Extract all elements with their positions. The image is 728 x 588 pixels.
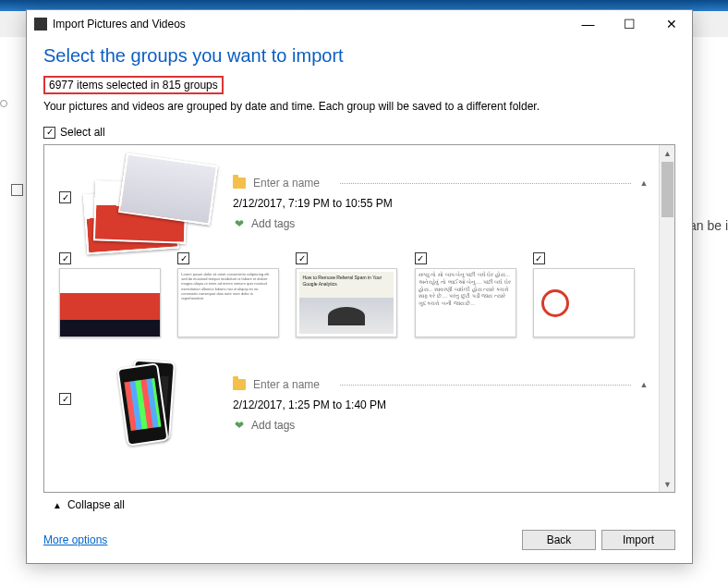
thumbnail-image[interactable]: મળ્યુ તો મો બાપ બેનુ પછી બધે ઘેર હોય... … (415, 268, 516, 337)
titlebar: Import Pictures and Videos — ☐ ✕ (27, 10, 692, 38)
group-name-input[interactable] (251, 176, 334, 190)
thumb-checkbox[interactable]: ✓ (415, 252, 427, 264)
thumb-checkbox[interactable]: ✓ (177, 252, 189, 264)
select-all-checkbox[interactable]: ✓ Select all (43, 126, 675, 139)
more-options-link[interactable]: More options (43, 533, 107, 546)
add-tags-button[interactable]: Add tags (251, 217, 295, 230)
collapse-all-label: Collapse all (67, 498, 125, 511)
tag-icon: ❤ (233, 217, 246, 230)
group-thumbnail-stack[interactable] (85, 154, 224, 247)
selection-status: 6977 items selected in 815 groups (43, 76, 224, 94)
tag-icon: ❤ (233, 419, 246, 432)
select-all-label: Select all (60, 126, 105, 139)
thumbnail-image[interactable] (533, 268, 635, 337)
window-title: Import Pictures and Videos (53, 18, 186, 31)
close-button[interactable]: ✕ (650, 10, 692, 38)
scrollbar[interactable]: ▲ ▼ (659, 145, 674, 492)
import-window: Import Pictures and Videos — ☐ ✕ Select … (26, 9, 693, 564)
scroll-up-icon[interactable]: ▲ (660, 145, 675, 161)
collapse-all-button[interactable]: ▲ Collapse all (43, 493, 675, 517)
thumb-checkbox[interactable]: ✓ (296, 252, 308, 264)
collapse-group-icon[interactable]: ▲ (637, 178, 651, 188)
maximize-button[interactable]: ☐ (609, 10, 650, 38)
group-list: ▲ ▼ ✓ (43, 144, 675, 493)
back-button[interactable]: Back (522, 530, 596, 550)
chevron-up-icon: ▲ (53, 500, 62, 510)
group-name-input[interactable] (251, 377, 334, 392)
footer: More options Back Import (27, 517, 692, 563)
scroll-thumb[interactable] (661, 162, 673, 217)
thumbnail-image[interactable] (59, 268, 161, 337)
bg-checkbox (11, 184, 23, 196)
thumb-checkbox[interactable]: ✓ (59, 252, 71, 264)
group-date-range: 2/12/2017, 7:19 PM to 10:55 PM (233, 193, 651, 214)
minimize-button[interactable]: — (567, 10, 609, 38)
group-checkbox[interactable]: ✓ (59, 191, 71, 203)
scroll-down-icon[interactable]: ▼ (660, 476, 675, 492)
group-thumbnail-stack[interactable] (85, 356, 224, 448)
thumbnail-image[interactable]: Lorem ipsum dolor sit amet consectetur a… (177, 268, 279, 337)
thumbnail-image[interactable]: How to Remove Referral Spam in Your Goog… (296, 268, 397, 337)
page-title: Select the groups you want to import (43, 45, 675, 67)
bg-truncated-text: an be i (689, 218, 728, 233)
group-header: ✓ ▲ 2/12/2017, 1:25 PM to 1:40 PM (44, 347, 659, 448)
group-header: ✓ ▲ 2/12/2017, 7:19 PM to 10:55 (44, 145, 659, 247)
folder-icon (233, 379, 246, 390)
add-tags-button[interactable]: Add tags (251, 419, 295, 432)
folder-icon (233, 178, 246, 189)
description-text: Your pictures and videos are grouped by … (43, 100, 675, 113)
import-button[interactable]: Import (601, 530, 675, 550)
app-icon (34, 18, 47, 31)
thumb-checkbox[interactable]: ✓ (533, 252, 545, 264)
checkbox-icon: ✓ (43, 127, 55, 139)
group-checkbox[interactable]: ✓ (59, 393, 71, 405)
group-date-range: 2/12/2017, 1:25 PM to 1:40 PM (233, 395, 651, 415)
collapse-group-icon[interactable]: ▲ (637, 380, 651, 389)
thumbnail-row: ✓ ✓ Lorem ipsum dolor sit amet consectet… (44, 247, 659, 347)
